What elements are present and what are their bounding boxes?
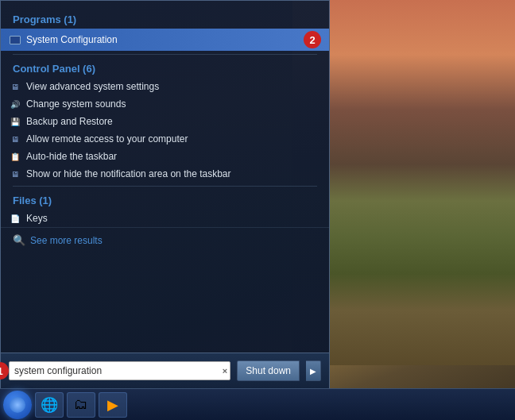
search-results-panel: Programs (1) System Configuration 2 Cont… [1,1,329,353]
explorer-icon: 🗂 [74,396,88,413]
search-magnifier-icon: 🔍 [13,234,25,246]
search-input-wrapper: × 1 [9,361,230,380]
control-item-0-label: View advanced system settings [26,81,321,92]
advanced-settings-icon: 🖥 [9,80,21,93]
files-category-header: Files (1) [1,190,329,210]
programs-category-header: Programs (1) [1,9,329,29]
system-sounds-icon: 🔊 [9,98,21,110]
system-config-label: System Configuration [26,34,294,45]
system-configuration-item[interactable]: System Configuration 2 [1,29,329,51]
taskbar-item-explorer[interactable]: 🗂 [67,392,95,418]
system-config-badge: 2 [304,31,321,48]
programs-divider [13,54,317,55]
remote-access-icon: 🖥 [9,133,21,145]
control-item-1[interactable]: 🔊 Change system sounds [1,95,329,113]
shutdown-arrow-button[interactable]: ▶ [306,360,321,381]
backup-restore-icon: 💾 [9,115,21,128]
taskbar-item-media[interactable]: ▶ [99,392,127,418]
control-item-1-label: Change system sounds [26,98,321,110]
search-badge: 1 [0,362,9,380]
keys-file-icon: 📄 [9,212,21,225]
control-panel-divider [13,186,317,187]
control-item-0[interactable]: 🖥 View advanced system settings [1,78,329,95]
control-item-5[interactable]: 🖥 Show or hide the notification area on … [1,165,329,183]
start-orb-button[interactable] [3,391,32,419]
media-player-icon: ▶ [107,396,118,414]
control-item-4[interactable]: 📋 Auto-hide the taskbar [1,148,329,165]
search-input[interactable] [9,361,230,380]
control-item-2[interactable]: 💾 Backup and Restore [1,113,329,130]
start-menu: Programs (1) System Configuration 2 Cont… [0,0,330,388]
control-item-4-label: Auto-hide the taskbar [26,151,321,162]
files-item-0-label: Keys [26,213,321,224]
shutdown-button[interactable]: Shut down [237,360,300,381]
see-more-label: See more results [30,235,103,246]
taskbar: 🌐 🗂 ▶ [0,388,515,420]
start-orb-inner [10,397,25,413]
taskbar-item-ie[interactable]: 🌐 [35,392,64,418]
search-bar: × 1 Shut down ▶ [1,353,329,388]
control-item-3-label: Allow remote access to your computer [26,133,321,144]
control-item-2-label: Backup and Restore [26,116,321,127]
control-panel-category-header: Control Panel (6) [1,58,329,78]
see-more-results[interactable]: 🔍 See more results [1,227,329,252]
ie-icon: 🌐 [41,396,58,414]
control-item-3[interactable]: 🖥 Allow remote access to your computer [1,130,329,148]
search-clear-button[interactable]: × [223,366,227,376]
files-item-0[interactable]: 📄 Keys [1,210,329,227]
chevron-right-icon: ▶ [310,367,316,376]
notification-area-icon: 🖥 [9,168,21,180]
control-item-5-label: Show or hide the notification area on th… [26,168,321,179]
taskbar-icon: 📋 [9,150,21,163]
system-config-icon [9,33,21,46]
